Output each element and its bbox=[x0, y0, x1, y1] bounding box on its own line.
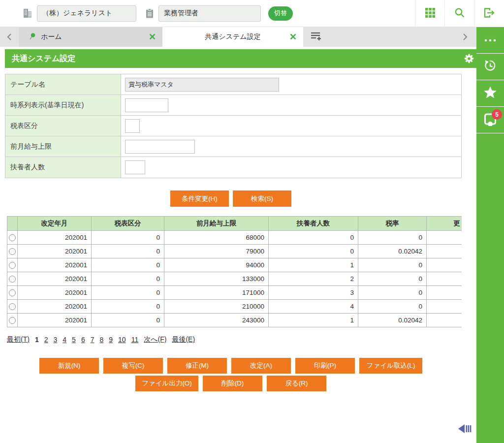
table-row[interactable]: 2020010 790000 0.02042 bbox=[7, 245, 462, 258]
row-select-radio[interactable] bbox=[9, 262, 16, 269]
page-link[interactable]: 11 bbox=[131, 336, 139, 344]
page-link[interactable]: 3 bbox=[53, 336, 57, 344]
role-input[interactable] bbox=[158, 5, 261, 22]
tabs-scroll-right-button[interactable] bbox=[456, 27, 474, 47]
add-tab-button[interactable] bbox=[303, 27, 329, 47]
copy-button[interactable]: 複写(C) bbox=[103, 358, 163, 374]
top-bar: 切替 bbox=[0, 0, 504, 27]
apps-grid-icon bbox=[424, 7, 436, 21]
page-link[interactable]: 8 bbox=[99, 336, 103, 344]
file-import-button[interactable]: ファイル取込(L) bbox=[359, 358, 422, 374]
col-select bbox=[7, 217, 18, 231]
prev-salary-cap-field[interactable] bbox=[125, 140, 195, 154]
time-series-label: 時系列表示(基準日現在) bbox=[5, 95, 121, 115]
page-current: 1 bbox=[35, 336, 39, 344]
star-icon bbox=[483, 86, 498, 101]
tab-system-settings[interactable]: 共通システム設定 bbox=[162, 27, 303, 47]
table-row[interactable]: 2020010 1330002 0 bbox=[7, 272, 462, 286]
right-sidebar: 5 bbox=[476, 27, 504, 443]
more-menu-button[interactable] bbox=[476, 27, 504, 54]
results-header-row: 改定年月 税表区分 前月給与上限 扶養者人数 税率 更 bbox=[7, 217, 462, 231]
print-button[interactable]: 印刷(P) bbox=[295, 358, 355, 374]
notification-badge: 5 bbox=[492, 109, 502, 120]
tax-table-class-label: 税表区分 bbox=[5, 116, 121, 136]
edit-button[interactable]: 修正(M) bbox=[167, 358, 227, 374]
role-clipboard-icon bbox=[145, 8, 154, 19]
criteria-form: テーブル名 時系列表示(基準日現在) 税表区分 前月給与上限 扶養者人数 bbox=[5, 74, 462, 178]
form-row-tax-table-class: 税表区分 bbox=[5, 116, 461, 136]
more-icon bbox=[484, 36, 497, 45]
page-last-link[interactable]: 最後(E) bbox=[172, 335, 195, 344]
page-link[interactable]: 4 bbox=[63, 336, 66, 344]
page-next-link[interactable]: 次へ(F) bbox=[144, 335, 166, 344]
time-series-field[interactable] bbox=[125, 98, 168, 112]
results-table: 改定年月 税表区分 前月給与上限 扶養者人数 税率 更 2020010 6800… bbox=[7, 216, 462, 327]
dependents-field[interactable] bbox=[125, 160, 145, 174]
row-select-radio[interactable] bbox=[9, 248, 16, 255]
history-icon bbox=[483, 59, 497, 75]
dependents-label: 扶養者人数 bbox=[5, 157, 121, 178]
settings-gear-icon[interactable] bbox=[464, 53, 474, 64]
table-row[interactable]: 2020010 2430001 0.02042 bbox=[7, 314, 462, 327]
results-table-wrap: 改定年月 税表区分 前月給与上限 扶養者人数 税率 更 2020010 6800… bbox=[7, 216, 462, 327]
row-select-radio[interactable] bbox=[9, 303, 16, 310]
logout-button[interactable] bbox=[474, 0, 504, 27]
tabs-scroll-left-button[interactable] bbox=[0, 27, 19, 47]
form-row-time-series: 時系列表示(基準日現在) bbox=[5, 95, 461, 116]
page-link[interactable]: 6 bbox=[81, 336, 85, 344]
page-header: 共通システム設定 bbox=[5, 49, 489, 68]
page-first-link[interactable]: 最初(T) bbox=[7, 335, 30, 344]
col-updated: 更 bbox=[427, 217, 462, 231]
table-name-label: テーブル名 bbox=[5, 74, 121, 95]
new-button[interactable]: 新規(N) bbox=[39, 358, 99, 374]
table-row[interactable]: 2020010 2100004 0 bbox=[7, 300, 462, 314]
file-export-button[interactable]: ファイル出力(O) bbox=[135, 376, 198, 391]
pin-icon bbox=[29, 32, 36, 42]
notifications-button[interactable]: 5 bbox=[476, 107, 504, 133]
row-select-radio[interactable] bbox=[9, 276, 16, 283]
table-row[interactable]: 2020010 940001 0 bbox=[7, 258, 462, 272]
company-input[interactable] bbox=[37, 5, 136, 22]
action-button-row-2: ファイル出力(O) 削除(D) 戻る(R) bbox=[0, 376, 462, 391]
table-row[interactable]: 2020010 1710003 0 bbox=[7, 286, 462, 300]
switch-button[interactable]: 切替 bbox=[268, 6, 293, 21]
apps-grid-button[interactable] bbox=[415, 0, 444, 27]
tab-home[interactable]: ホーム bbox=[19, 27, 162, 47]
tab-strip: ホーム 共通システム設定 bbox=[0, 27, 476, 47]
table-name-field bbox=[125, 78, 279, 92]
revise-button[interactable]: 改定(A) bbox=[231, 358, 291, 374]
row-select-radio[interactable] bbox=[9, 317, 16, 324]
col-revision-ym: 改定年月 bbox=[18, 217, 92, 231]
collapse-panel-arrow-icon[interactable] bbox=[458, 423, 476, 436]
page-link[interactable]: 7 bbox=[91, 336, 94, 344]
page-link[interactable]: 9 bbox=[109, 336, 113, 344]
form-row-prev-salary-cap: 前月給与上限 bbox=[5, 136, 461, 157]
logout-icon bbox=[483, 7, 496, 21]
history-button[interactable] bbox=[476, 54, 504, 80]
change-condition-button[interactable]: 条件変更(H) bbox=[170, 190, 229, 207]
row-select-radio[interactable] bbox=[9, 234, 16, 241]
page: 切替 bbox=[0, 0, 504, 443]
search-icon bbox=[454, 7, 466, 21]
search-exec-button[interactable]: 検索(S) bbox=[233, 190, 291, 207]
tab-system-settings-close-icon[interactable] bbox=[290, 33, 296, 41]
search-button[interactable] bbox=[444, 0, 474, 27]
row-select-radio[interactable] bbox=[9, 289, 16, 296]
col-tax-rate: 税率 bbox=[358, 217, 427, 231]
favorites-button[interactable] bbox=[476, 80, 504, 107]
page-link[interactable]: 10 bbox=[118, 336, 126, 344]
table-row[interactable]: 2020010 680000 0 bbox=[7, 231, 462, 245]
col-dependents: 扶養者人数 bbox=[269, 217, 358, 231]
tax-table-class-field[interactable] bbox=[125, 119, 140, 133]
back-button[interactable]: 戻る(R) bbox=[267, 376, 326, 391]
action-button-row-1: 新規(N) 複写(C) 修正(M) 改定(A) 印刷(P) ファイル取込(L) bbox=[0, 358, 462, 374]
delete-button[interactable]: 削除(D) bbox=[203, 376, 262, 391]
company-building-icon bbox=[23, 8, 32, 18]
page-link[interactable]: 2 bbox=[44, 336, 48, 344]
topbar-icon-group bbox=[415, 0, 504, 27]
pagination: 最初(T) 1 2 3 4 5 6 7 8 9 10 11 次へ(F) 最後(E… bbox=[7, 335, 504, 344]
tab-home-close-icon[interactable] bbox=[149, 33, 156, 41]
tab-system-settings-label: 共通システム設定 bbox=[205, 32, 260, 41]
page-link[interactable]: 5 bbox=[72, 336, 76, 344]
col-tax-table-class: 税表区分 bbox=[92, 217, 164, 231]
